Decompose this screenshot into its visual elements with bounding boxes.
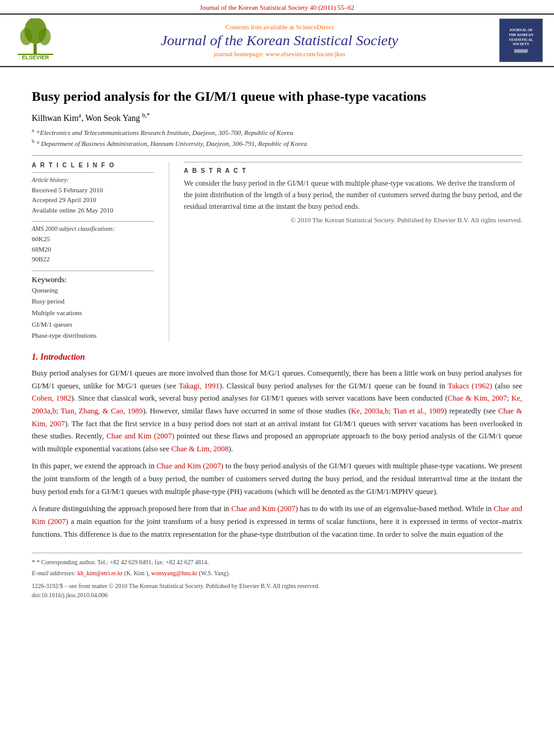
keywords-label: Keywords: [32,275,154,285]
abstract-text: We consider the busy period in the GI/M/… [184,178,522,213]
email-note: E-mail addresses: kh_kim@etri.re.kr (K. … [32,569,522,578]
abstract-column: A B S T R A C T We consider the busy per… [184,162,522,341]
journal-header: ELSEVIER Contents lists available at Sci… [0,13,554,67]
intro-heading: 1. Introduction [32,352,522,362]
intro-paragraph-3: A feature distinguishing the approach pr… [32,503,522,540]
journal-title-block: Contents lists available at ScienceDirec… [67,23,492,58]
keyword-queueing: Queueing [32,285,154,296]
keyword-busy: Busy period [32,296,154,307]
elsevier-logo: ELSEVIER [11,18,60,62]
keywords-block: Keywords: Queueing Busy period Multiple … [32,271,154,341]
column-divider [169,162,169,341]
authors-line: Kilhwan Kima, Won Seok Yang b,* [32,112,522,123]
ref-chae-kim-2007-5[interactable]: Chae and Kim (2007) [231,504,298,513]
article-columns: A R T I C L E I N F O Article history: R… [32,162,522,341]
ams-code-2: 68M20 [32,244,154,255]
journal-homepage: journal homepage: www.elsevier.com/locat… [67,50,492,57]
intro-paragraph-1: Busy period analyses for GI/M/1 queues a… [32,367,522,455]
abstract-copyright: © 2010 The Korean Statistical Society. P… [184,216,522,224]
email-link-1[interactable]: kh_kim@etri.re.kr [78,570,123,576]
affiliations: a ᵃ Electronics and Telecommunications R… [32,126,522,148]
abstract-label: A B S T R A C T [184,167,522,174]
svg-rect-0 [34,44,37,54]
abstract-section: A B S T R A C T We consider the busy per… [184,162,522,224]
ref-ke-2003-2[interactable]: Ke, 2003a,b [351,407,389,415]
svg-text:ELSEVIER: ELSEVIER [22,54,49,60]
ref-cohen-1982[interactable]: Cohen, 1982 [32,394,71,402]
available-date: Available online 26 May 2010 [32,205,154,216]
article-info-label: A R T I C L E I N F O [32,162,154,169]
ref-chae-kim-2007-4[interactable]: Chae and Kim (2007) [156,462,223,470]
article-history: Article history: Received 5 February 201… [32,172,154,216]
email-link-2[interactable]: wonsyang@hnu.kr [151,570,198,576]
issn-line: 1226-3192/$ – see front matter © 2010 Th… [32,581,522,591]
journal-cover-image: JOURNAL OFTHE KOREANSTATISTICALSOCIETY ▓… [499,18,543,62]
ams-classification: AMS 2000 subject classifications: 60K25 … [32,221,154,264]
keyword-gi-m1: GI/M/1 queues [32,319,154,330]
science-direct-line: Contents lists available at ScienceDirec… [67,23,492,31]
accepted-date: Accepted 29 April 2010 [32,195,154,205]
ref-tian-1989-2[interactable]: Tian et al., 1989 [393,407,444,415]
introduction-section: 1. Introduction Busy period analyses for… [32,352,522,540]
ams-code-3: 90B22 [32,254,154,264]
received-date: Received 5 February 2010 [32,185,154,195]
svg-point-3 [38,28,51,45]
main-content: Busy period analysis for the GI/M/1 queu… [0,67,554,611]
intro-paragraph-2: In this paper, we extend the approach in… [32,460,522,498]
ref-takacs-1962[interactable]: Takacs (1962) [448,382,492,390]
ref-takagi-1991[interactable]: Takagi, 1991 [179,382,219,390]
footnote-area: * * Corresponding author. Tel.: +82 42 6… [32,553,522,600]
ams-label: AMS 2000 subject classifications: [32,225,154,232]
keyword-phase-type: Phase-type distributions [32,330,154,341]
journal-name: Journal of the Korean Statistical Societ… [67,32,492,49]
svg-point-2 [20,28,32,45]
keyword-vacations: Multiple vacations [32,307,154,319]
history-label: Article history: [32,176,154,183]
ref-chae-lim-2008[interactable]: Chae & Lim, 2008 [171,445,228,453]
article-info-column: A R T I C L E I N F O Article history: R… [32,162,154,341]
ref-chae-kim-2007[interactable]: Chae & Kim, 2007 [448,394,507,402]
corresponding-author-note: * * Corresponding author. Tel.: +82 42 6… [32,557,522,567]
paper-title: Busy period analysis for the GI/M/1 queu… [32,88,522,106]
doi-line: doi:10.1016/j.jkss.2010.04.006 [32,591,522,600]
ams-code-1: 60K25 [32,234,154,244]
journal-citation: Journal of the Korean Statistical Societ… [0,0,554,13]
ref-tian-1989[interactable]: Tian, Zhang, & Cao, 1989 [60,407,143,415]
ref-chae-kim-2007-3[interactable]: Chae and Kim (2007) [106,432,174,440]
